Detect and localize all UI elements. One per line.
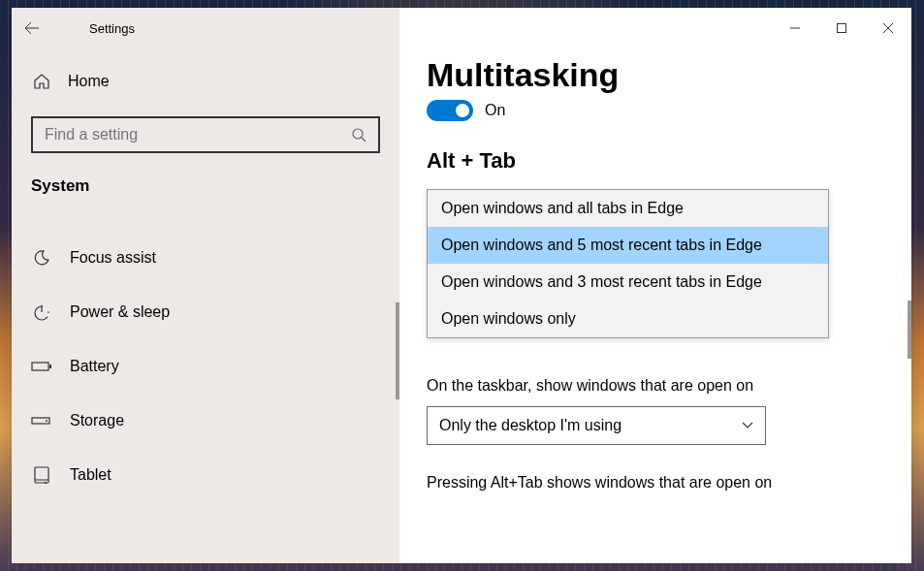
dropdown-option[interactable]: Open windows and 3 most recent tabs in E… (428, 264, 828, 301)
nav-home[interactable]: Home (12, 56, 399, 107)
svg-point-1 (353, 129, 363, 139)
alttab-heading: Alt + Tab (427, 148, 884, 174)
sidebar-item-power-sleep[interactable]: Power & sleep (12, 285, 399, 339)
battery-icon (31, 356, 52, 377)
svg-rect-3 (32, 363, 48, 370)
back-arrow-icon (24, 20, 40, 36)
back-button[interactable] (12, 8, 52, 48)
settings-window: Settings Home (12, 8, 911, 563)
svg-rect-0 (838, 24, 846, 33)
content-area: Multitasking On Alt + Tab Open windows a… (399, 48, 911, 563)
sidebar-item-storage[interactable]: Storage (12, 394, 399, 448)
titlebar: Settings (12, 8, 911, 48)
taskbar-label: On the taskbar, show windows that are op… (427, 377, 884, 395)
minimize-button[interactable] (772, 13, 818, 44)
sidebar-item-tablet[interactable]: Tablet (12, 448, 399, 502)
sidebar-item-label: Focus assist (70, 249, 156, 267)
moon-icon (31, 247, 52, 269)
nav-home-label: Home (68, 73, 110, 90)
sidebar-item-label: Battery (70, 358, 119, 375)
dropdown-option[interactable]: Open windows and all tabs in Edge (428, 190, 828, 227)
tablet-icon (31, 464, 52, 486)
minimize-icon (790, 23, 800, 33)
svg-rect-7 (35, 467, 48, 483)
alttab-desktop-label: Pressing Alt+Tab shows windows that are … (427, 474, 884, 492)
search-icon (339, 127, 378, 143)
close-icon (883, 23, 893, 33)
select-value: Only the desktop I'm using (439, 417, 621, 434)
sidebar-category: System (12, 165, 399, 213)
sidebar: Home System Focus assist (12, 48, 399, 563)
window-title: Settings (89, 21, 135, 36)
sidebar-item-label: Storage (70, 412, 124, 429)
sidebar-item-label: Tablet (70, 466, 112, 484)
chevron-down-icon (742, 422, 753, 429)
toggle-knob (456, 104, 469, 117)
home-icon (31, 71, 52, 92)
alttab-dropdown[interactable]: Open windows and all tabs in Edge Open w… (427, 189, 829, 338)
close-button[interactable] (865, 13, 911, 44)
maximize-button[interactable] (818, 13, 865, 44)
toggle-label: On (485, 102, 505, 119)
page-title: Multitasking (427, 56, 884, 94)
power-icon (31, 301, 52, 323)
svg-point-6 (46, 420, 48, 422)
sidebar-item-focus-assist[interactable]: Focus assist (12, 231, 399, 285)
sidebar-item-label: Power & sleep (70, 303, 170, 321)
content-scrollbar[interactable] (908, 301, 911, 359)
search-box[interactable] (31, 116, 380, 153)
sidebar-item-battery[interactable]: Battery (12, 339, 399, 394)
toggle-switch[interactable] (427, 100, 473, 121)
taskbar-select[interactable]: Only the desktop I'm using (427, 406, 766, 445)
maximize-icon (837, 23, 846, 33)
storage-icon (31, 410, 52, 431)
dropdown-option[interactable]: Open windows and 5 most recent tabs in E… (428, 227, 828, 264)
dropdown-option[interactable]: Open windows only (428, 301, 828, 337)
svg-rect-4 (49, 365, 51, 368)
search-input[interactable] (33, 126, 339, 143)
